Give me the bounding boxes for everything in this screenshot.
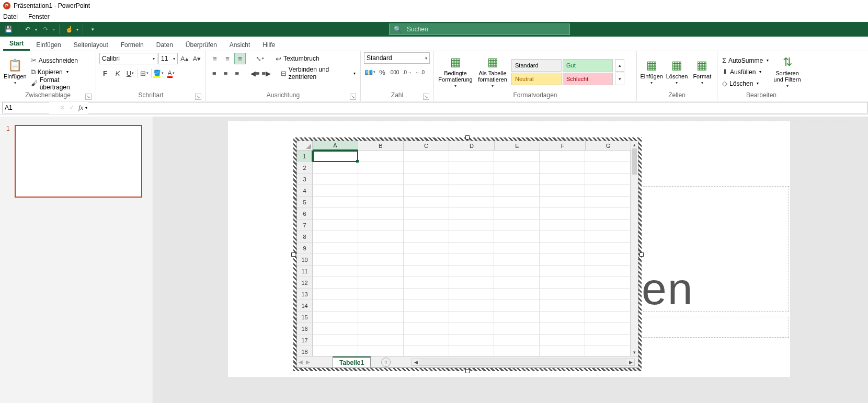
cell-C16[interactable] (404, 323, 449, 335)
tab-formulas[interactable]: Formeln (115, 38, 150, 51)
cell-F3[interactable] (540, 174, 585, 185)
delete-cells-button[interactable]: ▦Löschen▾ (665, 54, 688, 90)
format-cells-button[interactable]: ▦Format▾ (691, 54, 714, 90)
scroll-thumb-v[interactable] (632, 148, 637, 175)
cell-B13[interactable] (358, 289, 404, 300)
copy-button[interactable]: ⧉Kopieren▾ (29, 67, 93, 77)
cell-A9[interactable] (313, 243, 358, 254)
column-header-C[interactable]: C (404, 141, 449, 151)
cell-G11[interactable] (585, 266, 631, 277)
row-header-2[interactable]: 2 (297, 162, 313, 174)
insert-cells-button[interactable]: ▦Einfügen▾ (640, 54, 663, 90)
align-middle-icon[interactable]: ≡ (222, 53, 233, 64)
cell-D13[interactable] (449, 289, 495, 300)
cell-E18[interactable] (494, 346, 540, 356)
resize-handle-left[interactable] (291, 252, 295, 257)
cell-A18[interactable] (313, 346, 358, 356)
cell-D16[interactable] (449, 323, 495, 335)
cell-A8[interactable] (313, 231, 358, 243)
cell-D8[interactable] (449, 231, 495, 243)
tab-start[interactable]: Start (3, 37, 30, 51)
cell-F18[interactable] (540, 346, 585, 356)
cell-D2[interactable] (449, 162, 495, 174)
cut-button[interactable]: ✂Ausschneiden (29, 55, 93, 66)
styles-scroll-up[interactable]: ▴ (615, 59, 624, 72)
cell-B3[interactable] (358, 174, 404, 185)
cell-C17[interactable] (404, 335, 449, 346)
row-header-4[interactable]: 4 (297, 185, 313, 197)
cell-A6[interactable] (313, 208, 358, 220)
cell-E9[interactable] (494, 243, 540, 254)
row-header-17[interactable]: 17 (297, 335, 313, 346)
qat-customize-icon[interactable]: ▾ (87, 24, 98, 34)
cell-C9[interactable] (404, 243, 449, 254)
tab-insert[interactable]: Einfügen (30, 38, 67, 51)
cell-D6[interactable] (449, 208, 495, 220)
select-all-corner[interactable] (297, 141, 313, 151)
column-header-A[interactable]: A (313, 141, 358, 151)
cell-D14[interactable] (449, 300, 495, 312)
align-center-icon[interactable]: ≡ (221, 67, 231, 79)
cell-D4[interactable] (449, 185, 495, 197)
row-header-13[interactable]: 13 (297, 289, 313, 300)
decrease-decimal-icon[interactable]: ←.0 (414, 66, 426, 78)
row-header-6[interactable]: 6 (297, 208, 313, 220)
cell-A2[interactable] (313, 162, 358, 174)
cell-B17[interactable] (358, 335, 404, 346)
shrink-font-icon[interactable]: A▾ (191, 53, 202, 64)
align-left-icon[interactable]: ≡ (209, 67, 220, 79)
cell-E8[interactable] (494, 231, 540, 243)
cell-C10[interactable] (404, 254, 449, 266)
add-sheet-button[interactable]: + (381, 358, 391, 367)
indent-increase-icon[interactable]: ≡▶ (261, 67, 271, 79)
tab-data[interactable]: Daten (150, 38, 179, 51)
row-header-18[interactable]: 18 (297, 346, 313, 356)
cell-D10[interactable] (449, 254, 495, 266)
cell-G5[interactable] (585, 197, 631, 208)
style-good[interactable]: Gut (563, 59, 613, 72)
tab-view[interactable]: Ansicht (223, 38, 256, 51)
cell-A3[interactable] (313, 174, 358, 185)
borders-button[interactable]: ⊞ (139, 67, 150, 79)
align-top-icon[interactable]: ≡ (209, 53, 221, 64)
cell-E15[interactable] (494, 312, 540, 323)
row-header-11[interactable]: 11 (297, 266, 313, 277)
formula-input[interactable] (88, 102, 868, 113)
cell-F15[interactable] (540, 312, 585, 323)
cell-D18[interactable] (449, 346, 495, 356)
autosum-button[interactable]: ΣAutoSumme▾ (721, 55, 770, 66)
cell-C8[interactable] (404, 231, 449, 243)
cell-F11[interactable] (540, 266, 585, 277)
styles-scroll-down[interactable]: ▾ (615, 73, 624, 85)
row-header-14[interactable]: 14 (297, 300, 313, 312)
cell-D11[interactable] (449, 266, 495, 277)
cancel-formula-icon[interactable]: ✕ (60, 104, 65, 111)
cell-A14[interactable] (313, 300, 358, 312)
cell-A1[interactable] (313, 151, 358, 162)
name-box[interactable]: ▾ (2, 102, 49, 113)
cell-B5[interactable] (358, 197, 404, 208)
font-name-combo[interactable]: Calibri▾ (99, 53, 157, 64)
column-header-E[interactable]: E (495, 141, 540, 151)
cell-B11[interactable] (358, 266, 404, 277)
cell-G15[interactable] (585, 312, 631, 323)
cell-B14[interactable] (358, 300, 404, 312)
wrap-text-button[interactable]: ↩Textumbruch (274, 53, 321, 64)
row-header-10[interactable]: 10 (297, 254, 313, 266)
cell-B12[interactable] (358, 277, 404, 289)
format-as-table-button[interactable]: ▦ Als Tabelle formatieren▾ (476, 54, 509, 90)
conditional-formatting-button[interactable]: ▦ Bedingte Formatierung▾ (437, 54, 474, 90)
cell-A13[interactable] (313, 289, 358, 300)
cell-E6[interactable] (494, 208, 540, 220)
clipboard-launcher[interactable]: ↘ (85, 94, 92, 100)
column-header-B[interactable]: B (358, 141, 404, 151)
fill-button[interactable]: ⬇Ausfüllen▾ (721, 67, 770, 77)
style-bad[interactable]: Schlecht (563, 73, 613, 85)
cell-D7[interactable] (449, 220, 495, 231)
grow-font-icon[interactable]: A▴ (179, 53, 190, 64)
scroll-left-icon[interactable]: ◀ (412, 359, 419, 365)
cell-E14[interactable] (494, 300, 540, 312)
column-header-D[interactable]: D (449, 141, 495, 151)
cell-E2[interactable] (494, 162, 540, 174)
row-header-15[interactable]: 15 (297, 312, 313, 323)
